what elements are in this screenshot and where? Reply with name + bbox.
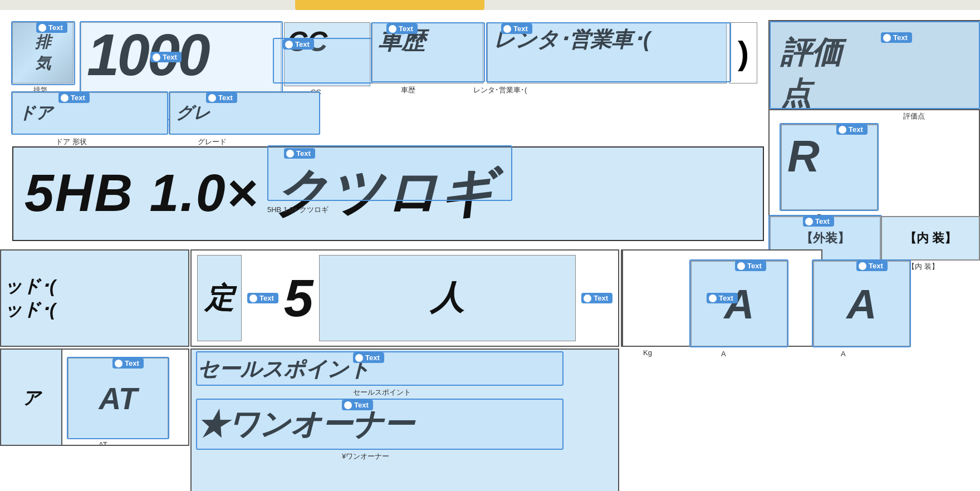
a2-detect-box — [812, 259, 911, 347]
grade-value-label-tag[interactable]: Text — [284, 148, 315, 159]
at-area: ア AT Text AT — [0, 348, 189, 446]
paren-close: ) — [729, 22, 757, 84]
grade-detect-box — [169, 91, 320, 135]
hyokaten-sublabel: 評価点 — [903, 111, 925, 121]
wan-detect-box — [196, 399, 564, 450]
shareki-sublabel: 車歴 — [401, 85, 415, 95]
hyokaten-label-tag[interactable]: Text — [881, 32, 912, 43]
renta-label-tag[interactable]: Text — [501, 23, 532, 34]
a-small-cell: ア — [1, 350, 62, 446]
at-detect-box — [67, 357, 169, 439]
hybrid-cell: ッド･(ッド･( — [0, 249, 189, 347]
a2-sublabel: A — [841, 350, 846, 358]
hyokaten-section: 評価点 Text 評価点 R Text R — [768, 20, 980, 259]
top-bar — [295, 0, 484, 10]
sales-point-area: セールスポイント Text セールスポイント ★ワンオーナー Text — [190, 348, 619, 491]
r-label-tag[interactable]: Text — [836, 124, 868, 135]
page-container: 排気 Text 排気 1000 Text 1000 CC — [0, 0, 980, 491]
gaiso-label-tag[interactable]: Text — [803, 216, 834, 227]
a1-label-tag[interactable]: Text — [735, 261, 766, 271]
hyokaten-detect-box — [770, 21, 980, 109]
grade-value-sublabel: 5HB 1.0× クツロギ — [267, 205, 329, 215]
haikyu-label-tag[interactable]: Text — [36, 22, 67, 33]
cc-label-tag[interactable]: Text — [283, 39, 314, 50]
a1-detect-box — [689, 259, 788, 347]
capacity-label-tag[interactable]: Text — [581, 293, 612, 303]
a2-label-tag[interactable]: Text — [856, 261, 888, 271]
nin-cell: 人 — [319, 255, 576, 341]
door-sublabel: ドア 形状 — [56, 137, 87, 147]
door-detect-box — [11, 91, 168, 135]
sales-sublabel: セールスポイント — [353, 387, 411, 397]
a1-sublabel: A — [721, 350, 726, 358]
grade-label-tag[interactable]: Text — [206, 92, 237, 103]
r-detect-box — [780, 123, 879, 211]
shareki-label-tag[interactable]: Text — [386, 23, 418, 34]
tei-kanji: 定 — [197, 255, 242, 341]
kg-sublabel: Kg — [643, 348, 652, 357]
at-sublabel: AT — [99, 440, 107, 446]
teiin-area: 定 Text 5 人 Text — [190, 249, 619, 347]
teiin-label-tag[interactable]: Text — [247, 293, 278, 303]
main-area: 排気 Text 排気 1000 Text 1000 CC — [0, 10, 980, 491]
naiso-sublabel: 【内 装】 — [908, 262, 939, 272]
wan-label-tag[interactable]: Text — [342, 400, 373, 410]
sales-label-tag[interactable]: Text — [353, 352, 384, 363]
grade-sublabel: グレード — [198, 137, 227, 147]
naiso-cell: 【内 装】 — [881, 216, 980, 261]
renta-sublabel: レンタ･営業車･( — [473, 85, 527, 95]
door-label-tag[interactable]: Text — [58, 92, 90, 103]
at-label-tag[interactable]: Text — [112, 358, 144, 369]
wan-sublabel: ¥ワンオーナー — [342, 451, 389, 461]
kg-label-tag[interactable]: Text — [707, 293, 738, 303]
text-1000-label-tag[interactable]: Text — [150, 52, 182, 62]
